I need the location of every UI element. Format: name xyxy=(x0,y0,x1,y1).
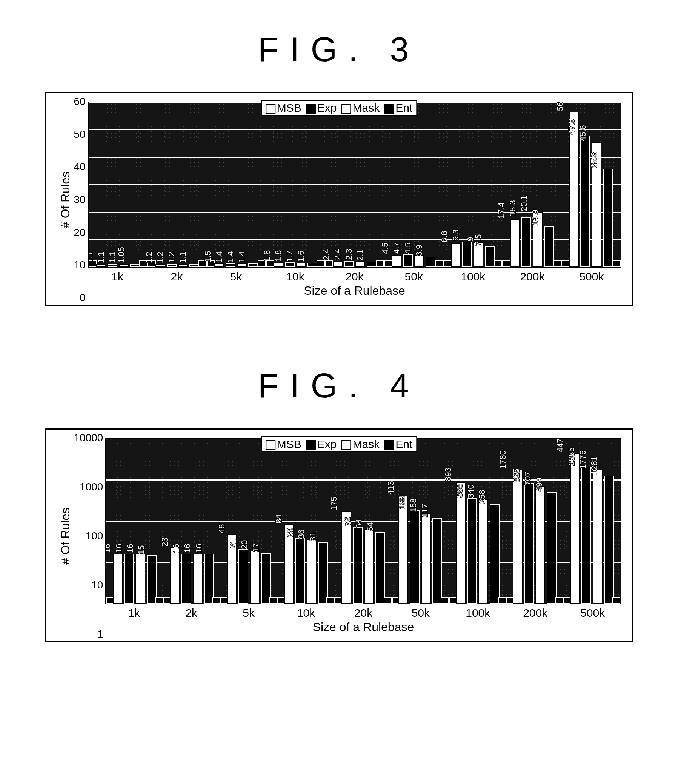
bar-value-label: 18.3 xyxy=(507,200,517,218)
bar: 1776 xyxy=(593,469,603,603)
bar-value-label: 175 xyxy=(329,496,339,512)
y-axis-label: # Of Rules xyxy=(57,101,74,298)
x-axis-label: Size of a Rulebase xyxy=(88,284,621,298)
x-tick: 200k xyxy=(507,604,564,619)
bar-group: 1.21.21.21.1 xyxy=(148,102,207,267)
bar-value-label: 1.6 xyxy=(296,251,306,264)
bar-value-label: 17.4 xyxy=(496,202,506,220)
x-tick: 200k xyxy=(502,268,562,283)
bar-value-label: 1.1 xyxy=(88,252,95,265)
x-axis-ticks: 1k2k5k10k20k50k100k200k500k xyxy=(105,604,621,619)
bar-value-label: 1.1 xyxy=(107,252,117,265)
bar: 1.1 xyxy=(190,264,199,267)
bar: 2.4 xyxy=(344,261,354,267)
bar: 1780 xyxy=(513,469,522,603)
bar: 188 xyxy=(410,510,420,603)
bar-value-label: 20 xyxy=(239,540,249,550)
legend-label: MSB xyxy=(277,101,302,114)
bar-value-label: 2.4 xyxy=(333,248,342,262)
bar: 1.05 xyxy=(130,264,140,267)
bar-value-label: 17 xyxy=(251,543,261,553)
legend-label: Mask xyxy=(353,101,380,114)
x-tick: 10k xyxy=(266,268,325,283)
bar: 18.3 xyxy=(521,217,531,267)
legend-swatch xyxy=(306,104,316,114)
bar-value-label: 23 xyxy=(160,538,170,548)
bar: 4.5 xyxy=(392,255,401,267)
bar-value-label: 36 xyxy=(297,529,306,540)
bar-value-label: 35.8 xyxy=(589,152,599,170)
bar: 2085 xyxy=(582,466,591,603)
bar-group: 8.89.397.5 xyxy=(443,102,502,267)
x-tick: 100k xyxy=(443,268,502,283)
bar: 16 xyxy=(204,554,214,603)
legend-swatch xyxy=(384,440,394,450)
bar-value-label: 1780 xyxy=(498,450,508,470)
bar: 258 xyxy=(490,504,499,603)
bar-value-label: 4.5 xyxy=(403,243,413,256)
bar-value-label: 2.3 xyxy=(344,249,353,262)
bar-value-label: 1.05 xyxy=(117,247,126,265)
figure-4-title: FIG. 4 xyxy=(0,366,678,405)
bar-value-label: 1281 xyxy=(589,457,599,476)
bar-value-label: 4.7 xyxy=(392,242,401,255)
bar-value-label: 1.1 xyxy=(178,252,188,265)
figure-3-title: FIG. 3 xyxy=(0,30,678,69)
x-tick: 100k xyxy=(449,604,507,619)
legend-swatch xyxy=(306,440,316,450)
bar: 1281 xyxy=(604,475,614,604)
bar-value-label: 358 xyxy=(454,483,464,499)
bar-value-label: 825 xyxy=(512,469,521,484)
bar-value-label: 1.4 xyxy=(225,251,235,264)
x-tick: 50k xyxy=(384,268,443,283)
bar-value-label: 16 xyxy=(114,544,124,555)
bar-group: 2.42.42.32.1 xyxy=(325,102,384,267)
bar: 14.9 xyxy=(544,226,554,268)
x-tick: 2k xyxy=(163,604,220,619)
bar-value-label: 45.6 xyxy=(578,125,588,143)
x-axis-ticks: 1k2k5k10k20k50k100k200k500k xyxy=(88,268,621,283)
bar: 72 xyxy=(353,527,362,603)
bar-value-label: 413 xyxy=(386,481,396,496)
bar-value-label: 1.1 xyxy=(96,252,106,265)
legend-item: Exp xyxy=(306,438,337,451)
bar-value-label: 1.7 xyxy=(285,250,295,263)
legend-label: Mask xyxy=(353,438,380,450)
bar-value-label: 16 xyxy=(182,544,192,555)
bar: 1.4 xyxy=(248,263,258,267)
legend-item: Exp xyxy=(306,101,337,114)
bar-value-label: 1.8 xyxy=(262,250,272,263)
legend-label: Exp xyxy=(317,438,337,450)
legend-label: Exp xyxy=(317,101,337,114)
bar-value-label: 21 xyxy=(228,539,238,550)
x-tick: 1k xyxy=(88,268,147,283)
bar: 16 xyxy=(124,554,134,603)
bar: 117 xyxy=(432,518,442,603)
bar-value-label: 1.2 xyxy=(166,252,176,265)
bar-value-label: 4.5 xyxy=(380,243,390,256)
legend-item: Ent xyxy=(384,101,412,114)
bar-group: 17.418.320.114.9 xyxy=(502,102,561,267)
legend-swatch xyxy=(341,440,351,450)
bar: 17 xyxy=(261,553,271,603)
bar-group: 84393631 xyxy=(278,439,335,603)
bar: 158 xyxy=(421,513,431,603)
figure-4-chart: MSBExpMaskEnt # Of Rules 100001000100101… xyxy=(45,428,633,642)
legend-item: Mask xyxy=(341,101,380,114)
x-tick: 500k xyxy=(562,268,621,283)
legend-item: Ent xyxy=(384,438,412,451)
bar-value-label: 47.9 xyxy=(567,118,577,136)
bar-value-label: 1.4 xyxy=(214,251,224,264)
bar-value-label: 31 xyxy=(308,532,318,543)
bar-group: 175726454 xyxy=(335,439,392,603)
bar-value-label: 8.8 xyxy=(440,231,449,244)
legend-item: MSB xyxy=(266,438,302,451)
bar-value-label: 3.9 xyxy=(414,244,424,257)
legend-swatch xyxy=(384,104,394,114)
legend-label: Ent xyxy=(395,101,412,114)
bar-group: 16161615 xyxy=(106,439,163,603)
bar: 8.8 xyxy=(451,243,461,267)
bar-value-label: 2085 xyxy=(566,447,576,467)
bar-group: 4470208517761281 xyxy=(563,439,620,603)
bar: 2.1 xyxy=(367,262,376,267)
